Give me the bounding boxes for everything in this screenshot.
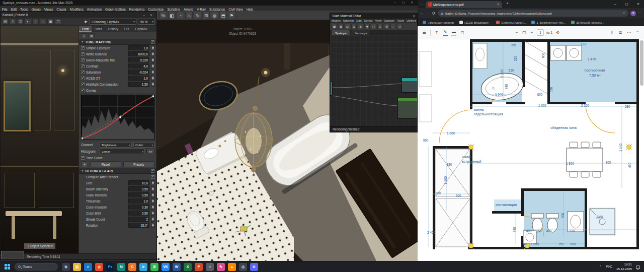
menu-15[interactable]: Civil View bbox=[228, 7, 243, 11]
menu-4[interactable]: Views bbox=[44, 7, 53, 11]
param-value-field[interactable]: 15,0° bbox=[128, 223, 149, 228]
spinner-icon[interactable] bbox=[151, 70, 154, 75]
reset-button[interactable]: Reset bbox=[90, 161, 121, 167]
checkbox-icon[interactable] bbox=[81, 58, 85, 62]
refresh-icon[interactable]: ⟳ bbox=[432, 11, 436, 16]
corona-renderer-icon[interactable]: C bbox=[128, 263, 136, 271]
vfb-toolbar-icon-6[interactable]: ▣ bbox=[47, 18, 54, 25]
collapse-arrow-icon[interactable]: ▼ bbox=[81, 169, 84, 172]
sme-toolbar-icon-5[interactable]: ✚ bbox=[364, 24, 370, 29]
menu-3[interactable]: Group bbox=[31, 7, 40, 11]
sme-menu-1[interactable]: Material bbox=[343, 19, 354, 23]
fit-page-icon[interactable]: ▢ bbox=[522, 30, 527, 36]
collapse-arrow-icon[interactable]: ▼ bbox=[81, 40, 84, 43]
param-value-field[interactable]: 1,0 bbox=[128, 76, 149, 81]
bookmark-3[interactable]: 1_Бесплатные тек... bbox=[531, 21, 566, 24]
task-view-icon[interactable]: ⧉ bbox=[62, 263, 70, 271]
pdf-page[interactable]: 2 2003652206001 4705108401 0406005301 00… bbox=[418, 39, 644, 261]
sme-menu-3[interactable]: Select bbox=[364, 19, 373, 23]
param-value-field[interactable]: 0,50 bbox=[128, 211, 149, 216]
bloom-glare-header[interactable]: ▼ BLOOM & GLARE bbox=[79, 168, 156, 174]
photoshop-icon[interactable]: Ps bbox=[106, 263, 114, 271]
page-number-input[interactable]: 1 bbox=[537, 29, 544, 36]
max-toolbar-icon-7[interactable]: ◍ bbox=[211, 12, 218, 19]
favorite-star-icon[interactable]: ☆ bbox=[622, 11, 625, 15]
param-value-field[interactable]: 0,020 bbox=[128, 57, 149, 62]
vfb-window-controls[interactable]: ─ ✕ bbox=[143, 13, 154, 17]
max-toolbar-icon-2[interactable]: ◧ bbox=[168, 12, 176, 19]
channel-select[interactable]: Brightness bbox=[100, 142, 132, 148]
vfb-tab-stats[interactable]: Stats bbox=[92, 26, 105, 32]
obs-icon[interactable]: ◎ bbox=[239, 263, 247, 271]
sme-toolbar-icon-10[interactable]: ⊙ bbox=[397, 24, 403, 29]
menu-11[interactable]: Scripting bbox=[167, 7, 180, 11]
histogram-nav-icon[interactable]: ◂ ▸ bbox=[146, 149, 154, 154]
spinner-icon[interactable] bbox=[151, 57, 154, 62]
zoom-in-icon[interactable]: + bbox=[529, 30, 534, 36]
param-value-field[interactable]: 0,50 bbox=[128, 192, 149, 197]
checkbox-icon[interactable] bbox=[81, 52, 85, 56]
spinner-icon[interactable] bbox=[151, 186, 154, 191]
presets-button[interactable]: Presets bbox=[123, 161, 154, 167]
vfb-tab-history[interactable]: History bbox=[105, 26, 121, 32]
url-field[interactable]: ▤ Файл | E:/Salta_Projects/Aristocratic_… bbox=[438, 10, 628, 17]
rendered-image[interactable] bbox=[1, 26, 78, 253]
edge-browser-icon[interactable]: e bbox=[84, 263, 92, 271]
zoom-out-icon[interactable]: − bbox=[514, 30, 519, 36]
max-toolbar-icon-9[interactable]: ⚑ bbox=[228, 12, 235, 19]
new-tab-icon[interactable]: + bbox=[506, 1, 509, 6]
menu-1[interactable]: Edit bbox=[11, 7, 17, 11]
sme-toolbar-icon-3[interactable]: ⊞ bbox=[351, 24, 357, 29]
param-value-field[interactable]: 4,0 bbox=[128, 63, 149, 69]
vfb-tab-dr[interactable]: DR bbox=[121, 26, 132, 32]
curve-editor[interactable] bbox=[79, 93, 156, 142]
sme-toolbar-icon-7[interactable]: ≡ bbox=[377, 24, 383, 29]
max-toolbar-icon-6[interactable]: ⊞ bbox=[202, 12, 210, 19]
max-toolbar-icon-3[interactable]: ◔ bbox=[177, 12, 184, 19]
spinner-icon[interactable] bbox=[151, 217, 154, 222]
max-toolbar-icon-8[interactable]: ⬒ bbox=[219, 12, 227, 19]
print-icon[interactable]: ≣ bbox=[618, 30, 623, 36]
sme-toolbar-icon-9[interactable]: ↔ bbox=[390, 24, 396, 29]
spinner-icon[interactable] bbox=[151, 45, 154, 50]
tone-curve-checkbox[interactable] bbox=[81, 156, 85, 160]
sme-menu-6[interactable]: Tools bbox=[397, 19, 404, 23]
tab-search-icon[interactable]: ⌄ bbox=[420, 2, 423, 6]
sme-tab-spalnya[interactable]: Spalnya bbox=[331, 30, 350, 35]
menu-16[interactable]: Help bbox=[247, 7, 254, 11]
bookmark-1[interactable]: (1123) Входящие - bbox=[459, 21, 491, 24]
vfb-toolbar-icon-0[interactable]: ▤ bbox=[2, 18, 9, 25]
vfb-titlebar[interactable]: Konsol | Frame 0 ─ ✕ bbox=[1, 12, 156, 18]
tone-mapping-header[interactable]: ▼ TONE MAPPING bbox=[79, 39, 156, 45]
vfb-toolbar-icon-4[interactable]: ⌗ bbox=[32, 18, 39, 25]
spinner-icon[interactable] bbox=[151, 192, 154, 197]
vfb-tab-lightmix[interactable]: LightMix bbox=[132, 26, 150, 32]
menu-8[interactable]: Graph Editors bbox=[105, 7, 126, 11]
word-icon[interactable]: W bbox=[173, 263, 181, 271]
bookmark-2[interactable]: Секреты идеал... bbox=[496, 21, 526, 24]
discord-icon[interactable]: ⊙ bbox=[250, 263, 258, 271]
checkbox-icon[interactable] bbox=[81, 71, 85, 74]
section-checkbox[interactable] bbox=[151, 169, 154, 173]
notepad-icon[interactable]: ≡ bbox=[206, 263, 214, 271]
vfb-toolbar-icon-7[interactable]: ◻ bbox=[55, 18, 61, 25]
menu-7[interactable]: Animation bbox=[87, 7, 102, 11]
sme-menu-7[interactable]: Utilities bbox=[407, 19, 416, 23]
file-explorer-icon[interactable]: ▥ bbox=[73, 263, 81, 271]
more-tools-icon[interactable]: ⋯ bbox=[626, 30, 631, 36]
max-toolbar-icon-4[interactable]: ♨ bbox=[185, 12, 193, 19]
sme-menu-2[interactable]: Edit bbox=[356, 19, 361, 23]
sme-node-canvas[interactable] bbox=[330, 35, 417, 126]
spinner-icon[interactable] bbox=[151, 76, 154, 81]
render-play-icon[interactable]: ▶ bbox=[85, 20, 88, 24]
render-element-dropdown[interactable]: CShading_LightMix bbox=[89, 19, 136, 25]
vfb-toolbar-icon-1[interactable]: ⇩ bbox=[10, 18, 16, 25]
vlc-icon[interactable]: ▲ bbox=[228, 263, 236, 271]
pdf-menu-icon[interactable]: ☰ bbox=[422, 30, 427, 36]
max-toolbar-icon-1[interactable]: % bbox=[159, 12, 167, 19]
save-icon[interactable]: ⇩ bbox=[609, 30, 614, 36]
param-value-field[interactable]: 10,0 bbox=[128, 180, 149, 185]
checkbox-icon[interactable] bbox=[81, 46, 85, 50]
collapse-toolbar-icon[interactable]: ⌃ bbox=[635, 30, 640, 36]
profile-avatar[interactable]: S bbox=[630, 11, 636, 16]
